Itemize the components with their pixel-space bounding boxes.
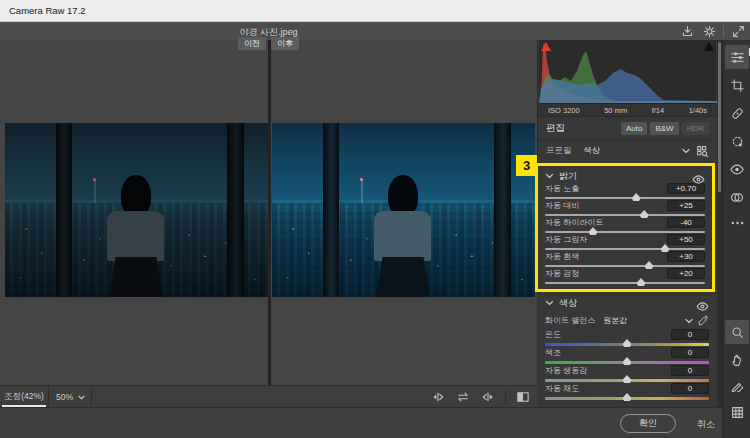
- mask-tool-icon[interactable]: [725, 129, 749, 153]
- slider-value-box[interactable]: 0: [671, 365, 709, 376]
- scrollbar-thumb[interactable]: [718, 42, 721, 192]
- slider-value-box[interactable]: 0: [671, 329, 709, 340]
- person-silhouette-torso: [107, 211, 164, 261]
- slider-value-box[interactable]: +25: [667, 200, 705, 211]
- gear-icon[interactable]: [701, 23, 717, 39]
- slider-label: 자동 그림자: [545, 234, 587, 245]
- slider-track[interactable]: [545, 379, 709, 382]
- white-balance-value[interactable]: 원본값: [599, 315, 681, 326]
- slider-row: 자동 채도 0: [545, 383, 709, 401]
- slider-thumb[interactable]: [623, 375, 632, 383]
- crop-tool-icon[interactable]: [725, 73, 749, 97]
- chevron-down-icon[interactable]: [682, 148, 690, 154]
- photo-tower: [94, 180, 96, 203]
- bw-button[interactable]: B&W: [650, 122, 678, 135]
- slider-track[interactable]: [545, 214, 705, 216]
- slider-track[interactable]: [545, 265, 705, 267]
- eye-visibility-icon[interactable]: [696, 297, 709, 315]
- slider-value-box[interactable]: +50: [667, 234, 705, 245]
- slider-track[interactable]: [545, 361, 709, 364]
- before-image[interactable]: [5, 123, 268, 297]
- presets-tool-icon[interactable]: [725, 185, 749, 209]
- zoom-level-dropdown[interactable]: 50%: [50, 386, 92, 408]
- heal-tool-icon[interactable]: [725, 101, 749, 125]
- chevron-down-icon: [78, 395, 85, 400]
- slider-row: 자동 생동감 0: [545, 365, 709, 383]
- slider-thumb[interactable]: [640, 210, 649, 218]
- copy-after-to-before-icon[interactable]: [430, 389, 446, 405]
- slider-label: 색조: [545, 347, 561, 358]
- slider-value-box[interactable]: 0: [671, 347, 709, 358]
- eye-visibility-icon[interactable]: [692, 170, 705, 188]
- slider-row: 자동 대비 +25: [545, 200, 705, 217]
- slider-value-box[interactable]: -40: [667, 217, 705, 228]
- window-frame-right: [494, 123, 511, 297]
- fit-zoom-tab[interactable]: 조정(42%): [0, 386, 49, 408]
- histogram-graph: [539, 41, 717, 103]
- slider-value-box[interactable]: 0: [671, 383, 709, 394]
- ok-button[interactable]: 확인: [620, 414, 676, 433]
- annotation-step-badge: 3: [516, 155, 537, 176]
- slider-thumb[interactable]: [623, 339, 632, 347]
- profile-row: 프로필 색상: [538, 140, 717, 162]
- shutter-value: 1/40s: [689, 106, 707, 115]
- profile-value[interactable]: 색상: [578, 145, 677, 157]
- focal-length-value: 50 mm: [604, 106, 627, 115]
- chevron-down-icon[interactable]: [685, 318, 693, 324]
- grid-overlay-icon[interactable]: [725, 400, 749, 424]
- slider-thumb[interactable]: [637, 278, 646, 286]
- footer-bar: 확인 취소: [0, 407, 722, 438]
- after-image[interactable]: [272, 123, 535, 297]
- hdr-button[interactable]: HDR: [682, 122, 709, 135]
- slider-track[interactable]: [545, 248, 705, 250]
- toolbar-separator: [723, 25, 724, 37]
- zoom-tool-icon[interactable]: [725, 320, 749, 344]
- slider-thumb[interactable]: [623, 393, 632, 401]
- shadow-clipping-icon[interactable]: [541, 42, 551, 51]
- slider-thumb[interactable]: [589, 227, 598, 235]
- profile-browser-icon[interactable]: [696, 145, 709, 158]
- slider-row: 자동 노출 +0.70: [545, 183, 705, 200]
- slider-thumb[interactable]: [645, 261, 654, 269]
- after-label: 이후: [271, 37, 299, 50]
- slider-thumb[interactable]: [623, 357, 632, 365]
- slider-value-box[interactable]: +30: [667, 251, 705, 262]
- slider-track[interactable]: [545, 282, 705, 284]
- red-eye-tool-icon[interactable]: [725, 157, 749, 181]
- slider-label: 자동 채도: [545, 383, 579, 394]
- swap-before-after-icon[interactable]: [455, 389, 471, 405]
- fullscreen-icon[interactable]: [730, 23, 746, 39]
- slider-track[interactable]: [545, 343, 709, 346]
- slider-track[interactable]: [545, 197, 705, 199]
- slider-label: 자동 대비: [545, 200, 579, 211]
- slider-label: 온도: [545, 329, 561, 340]
- more-options-icon[interactable]: [725, 211, 749, 235]
- export-icon[interactable]: [679, 23, 695, 39]
- histogram[interactable]: [539, 40, 716, 104]
- person-silhouette-torso: [374, 211, 431, 261]
- slider-thumb[interactable]: [632, 193, 641, 201]
- collapse-chevron-icon[interactable]: [545, 300, 554, 306]
- collapse-chevron-icon[interactable]: [545, 173, 554, 179]
- edit-header-row: 편집 Auto B&W HDR: [538, 117, 717, 140]
- white-balance-row: 화이트 밸런스 원본값: [545, 312, 709, 329]
- highlight-clipping-icon[interactable]: [704, 42, 714, 51]
- slider-track[interactable]: [545, 231, 705, 233]
- hand-tool-icon[interactable]: [725, 348, 749, 372]
- edit-tool-icon[interactable]: [725, 45, 749, 69]
- title-bar: Camera Raw 17.2: [0, 0, 750, 22]
- light-section-title: 밝기: [559, 170, 577, 183]
- before-after-divider: [268, 40, 271, 385]
- copy-before-to-after-icon[interactable]: [480, 389, 496, 405]
- cancel-button[interactable]: 취소: [697, 418, 715, 431]
- slider-thumb[interactable]: [661, 244, 670, 252]
- eyedropper-icon[interactable]: [697, 315, 709, 327]
- slider-value-box[interactable]: +20: [667, 268, 705, 279]
- slider-label: 자동 노출: [545, 183, 579, 194]
- sampler-tool-icon[interactable]: [725, 374, 749, 398]
- slider-track[interactable]: [545, 397, 709, 400]
- auto-button[interactable]: Auto: [621, 122, 647, 135]
- slider-row: 자동 하이라이트 -40: [545, 217, 705, 234]
- fit-zoom-label: 조정(42%): [4, 391, 44, 403]
- split-view-icon[interactable]: [515, 389, 531, 405]
